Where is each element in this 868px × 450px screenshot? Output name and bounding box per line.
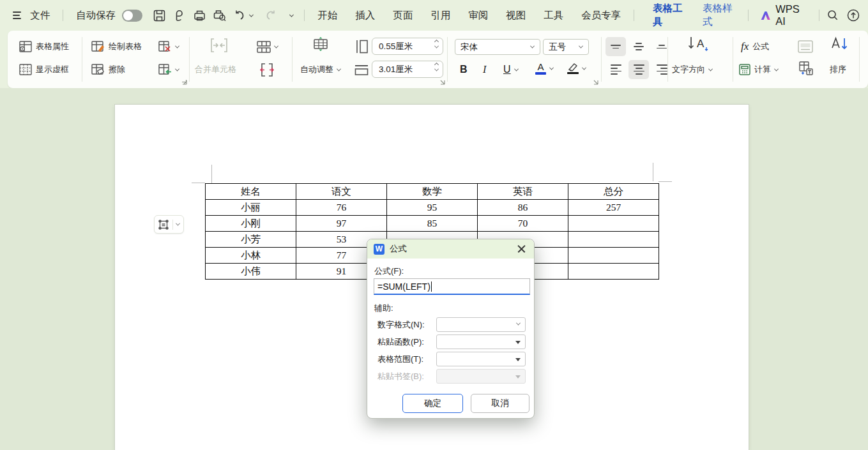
menu-tools[interactable]: 工具 xyxy=(542,6,565,25)
table-cell[interactable]: 257 xyxy=(568,200,659,216)
sort-button[interactable]: 排序 xyxy=(830,61,846,78)
align-middle-button[interactable] xyxy=(628,37,649,56)
table-cell[interactable]: 小林 xyxy=(206,248,296,264)
row-height-icon xyxy=(354,38,369,55)
table-cell[interactable] xyxy=(568,216,659,232)
text-direction-button[interactable]: 文字方向 xyxy=(672,61,712,78)
table-cell[interactable]: 70 xyxy=(478,216,568,232)
font-size-combo[interactable]: 五号 xyxy=(543,39,589,55)
calculate-dropdown-icon[interactable] xyxy=(774,66,779,71)
align-bottom-button[interactable] xyxy=(651,37,672,56)
table-cell[interactable]: 小伟 xyxy=(206,264,296,280)
table-range-dropdown[interactable] xyxy=(436,352,526,366)
table-cell[interactable] xyxy=(568,248,659,264)
menu-review[interactable]: 审阅 xyxy=(467,6,489,25)
header-cell[interactable]: 英语 xyxy=(478,184,568,200)
table-cell[interactable]: 小丽 xyxy=(206,200,296,216)
table-cell[interactable]: 小芳 xyxy=(206,232,296,248)
align-left-button[interactable] xyxy=(605,60,626,79)
print-icon[interactable] xyxy=(192,8,206,23)
highlight-dropdown-icon[interactable] xyxy=(582,65,586,70)
table-cell[interactable] xyxy=(568,232,659,248)
upload-cloud-icon[interactable] xyxy=(846,8,860,23)
global-menu-icon[interactable] xyxy=(13,11,21,19)
bold-button[interactable]: B xyxy=(460,61,468,78)
split-table-dropdown-icon[interactable] xyxy=(274,43,278,48)
table-cell[interactable]: 小刚 xyxy=(206,216,296,232)
table-select-handle[interactable] xyxy=(154,215,184,234)
menu-view[interactable]: 视图 xyxy=(505,6,527,25)
print-preview-icon[interactable] xyxy=(213,8,227,23)
split-table-button[interactable] xyxy=(257,38,278,55)
table-properties-button[interactable]: 表格属性 xyxy=(19,38,69,55)
menu-page[interactable]: 页面 xyxy=(392,6,414,25)
align-center-button[interactable] xyxy=(628,60,649,79)
cancel-button[interactable]: 取消 xyxy=(471,394,529,413)
tab-table-tools[interactable]: 表格工具 xyxy=(651,0,687,31)
table-cell[interactable] xyxy=(568,264,659,280)
table-cell[interactable]: 76 xyxy=(296,200,387,216)
underline-dropdown-icon[interactable] xyxy=(514,66,519,71)
header-cell[interactable]: 语文 xyxy=(296,184,387,200)
table-cell[interactable]: 85 xyxy=(387,216,478,232)
formula-input[interactable]: =SUM(LEFT) xyxy=(374,278,530,295)
spinner-down-icon[interactable] xyxy=(434,44,439,49)
menu-member[interactable]: 会员专享 xyxy=(580,6,622,25)
eraser-button[interactable]: 擦除 xyxy=(91,61,125,78)
menu-insert[interactable]: 插入 xyxy=(354,6,376,25)
toolbar-more-icon[interactable] xyxy=(289,12,294,17)
draw-table-button[interactable]: 绘制表格 xyxy=(91,38,142,55)
search-icon[interactable] xyxy=(826,8,840,23)
group-expander-icon[interactable] xyxy=(439,79,445,85)
ok-button[interactable]: 确定 xyxy=(402,394,463,413)
split-cells-button[interactable] xyxy=(259,61,275,78)
menu-home[interactable]: 开始 xyxy=(316,6,339,25)
table-cell[interactable]: 97 xyxy=(296,216,387,232)
divider xyxy=(748,10,749,21)
convert-to-text-button[interactable] xyxy=(799,60,813,77)
wps-ai-button[interactable]: WPS AI xyxy=(760,3,807,27)
undo-dropdown-icon[interactable] xyxy=(249,12,254,17)
header-cell[interactable]: 总分 xyxy=(568,184,659,200)
menu-reference[interactable]: 引用 xyxy=(429,6,452,25)
group-expander-icon[interactable] xyxy=(181,79,187,85)
insert-cells-dropdown-icon[interactable] xyxy=(175,66,179,71)
row-height-spinner[interactable]: 0.55厘米 xyxy=(372,38,443,55)
autosave-toggle[interactable] xyxy=(122,10,142,22)
show-gridlines-button[interactable]: 显示虚框 xyxy=(19,61,69,78)
align-right-button[interactable] xyxy=(651,60,672,79)
font-name-combo[interactable]: 宋体 xyxy=(455,39,540,55)
paste-function-dropdown[interactable] xyxy=(436,334,526,349)
delete-cells-dropdown-icon[interactable] xyxy=(175,43,179,48)
table-cell[interactable]: 95 xyxy=(387,200,478,216)
header-cell[interactable]: 姓名 xyxy=(206,184,296,200)
calculate-button[interactable]: 计算 xyxy=(739,61,778,78)
menu-file[interactable]: 文件 xyxy=(29,6,51,25)
number-format-combo[interactable] xyxy=(436,317,526,332)
insert-cells-button[interactable] xyxy=(158,61,179,78)
header-cell[interactable]: 数学 xyxy=(387,184,478,200)
table-cell[interactable]: 86 xyxy=(478,200,568,216)
font-color-dropdown-icon[interactable] xyxy=(549,65,554,70)
italic-button[interactable]: I xyxy=(483,61,486,78)
delete-cells-button[interactable] xyxy=(158,38,179,55)
align-top-button[interactable] xyxy=(605,37,626,56)
tab-table-style[interactable]: 表格样式 xyxy=(701,0,737,31)
font-color-button[interactable]: A xyxy=(535,60,553,77)
group-expander-icon[interactable] xyxy=(593,79,598,85)
formula-button[interactable]: fx 公式 xyxy=(741,38,769,55)
underline-button[interactable]: U xyxy=(503,61,518,78)
wps-logo-icon: W xyxy=(374,244,385,255)
export-pdf-icon[interactable] xyxy=(172,8,186,23)
spinner-down-icon[interactable] xyxy=(434,67,439,71)
col-width-spinner[interactable]: 3.01厘米 xyxy=(372,61,443,78)
save-icon[interactable] xyxy=(153,8,166,23)
text-direction-dropdown-icon[interactable] xyxy=(708,66,713,71)
close-icon[interactable] xyxy=(516,243,528,255)
autofit-dropdown-icon[interactable] xyxy=(337,66,341,71)
highlight-button[interactable] xyxy=(567,60,586,77)
dialog-header[interactable]: W 公式 xyxy=(367,239,534,259)
undo-icon[interactable] xyxy=(233,8,247,23)
autofit-button[interactable]: 自动调整 xyxy=(300,61,340,78)
handle-dropdown-icon[interactable] xyxy=(176,221,180,226)
